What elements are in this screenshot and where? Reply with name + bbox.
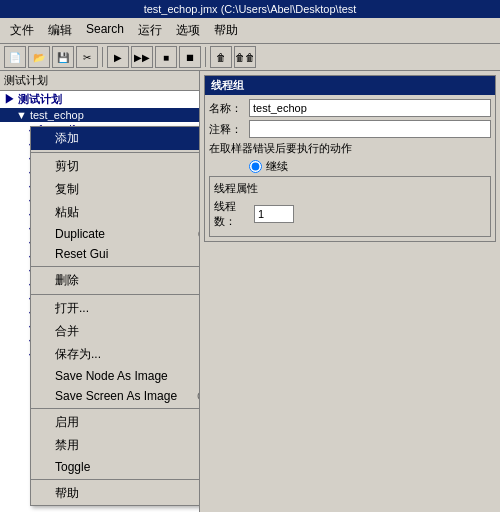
menu-edit[interactable]: 编辑	[42, 20, 78, 41]
ctx-add-label: 添加	[55, 130, 79, 147]
menu-bar: 文件 编辑 Search 运行 选项 帮助	[0, 18, 500, 44]
ctx-sep3	[31, 294, 200, 295]
toolbar-new[interactable]: 📄	[4, 46, 26, 68]
menu-options[interactable]: 选项	[170, 20, 206, 41]
ctx-save-as[interactable]: 保存为...	[31, 343, 200, 366]
ctx-delete[interactable]: 删除 Delete	[31, 269, 200, 292]
menu-run[interactable]: 运行	[132, 20, 168, 41]
name-input[interactable]	[249, 99, 491, 117]
ctx-enable[interactable]: 启用	[31, 411, 200, 434]
main-area: 测试计划 ▶ 测试计划▼ test_echop⬥ 1reg gif⬥ 1_7.g…	[0, 71, 500, 512]
menu-file[interactable]: 文件	[4, 20, 40, 41]
ctx-paste[interactable]: 粘贴 Ctrl+V	[31, 201, 200, 224]
ctx-copy[interactable]: 复制 Ctrl+C	[31, 178, 200, 201]
toolbar-shutdown[interactable]: ⏹	[179, 46, 201, 68]
comment-label: 注释：	[209, 122, 249, 137]
ctx-disable[interactable]: 禁用	[31, 434, 200, 457]
ctx-cut[interactable]: 剪切 Ctrl+X	[31, 155, 200, 178]
toolbar-sep2	[205, 47, 206, 67]
title-bar: test_echop.jmx (C:\Users\Abel\Desktop\te…	[0, 0, 500, 18]
thread-props: 线程属性 线程数：	[209, 176, 491, 237]
toolbar-open[interactable]: 📂	[28, 46, 50, 68]
ctx-open[interactable]: 打开...	[31, 297, 200, 320]
toolbar-sep1	[102, 47, 103, 67]
comment-input[interactable]	[249, 120, 491, 138]
name-label: 名称：	[209, 101, 249, 116]
ctx-sep5	[31, 479, 200, 480]
ctx-duplicate[interactable]: Duplicate Ctrl+Shift+C	[31, 224, 200, 244]
thread-count-row: 线程数：	[214, 199, 486, 229]
menu-help[interactable]: 帮助	[208, 20, 244, 41]
menu-search[interactable]: Search	[80, 20, 130, 41]
ctx-toggle[interactable]: Toggle Ctrl+T	[31, 457, 200, 477]
ctx-add[interactable]: 添加 ▶ 逻辑控制器 ▶ 配置元件 ▶ 定时器	[31, 127, 200, 150]
toolbar-cut[interactable]: ✂	[76, 46, 98, 68]
thread-props-title: 线程属性	[214, 181, 486, 196]
continue-radio-row: 继续	[249, 159, 491, 174]
ctx-sep2	[31, 266, 200, 267]
name-row: 名称：	[209, 99, 491, 117]
title-text: test_echop.jmx (C:\Users\Abel\Desktop\te…	[144, 3, 357, 15]
thread-count-input[interactable]	[254, 205, 294, 223]
thread-group-panel: 线程组 名称： 注释： 在取样器错误后要执行的动作 继续 线程属性	[204, 75, 496, 242]
toolbar-start-no-pause[interactable]: ▶▶	[131, 46, 153, 68]
error-action-desc: 在取样器错误后要执行的动作	[209, 141, 491, 156]
ctx-sep4	[31, 408, 200, 409]
thread-count-label: 线程数：	[214, 199, 254, 229]
toolbar-stop[interactable]: ■	[155, 46, 177, 68]
thread-group-content: 名称： 注释： 在取样器错误后要执行的动作 继续 线程属性 线程数：	[205, 95, 495, 241]
right-panel: 线程组 名称： 注释： 在取样器错误后要执行的动作 继续 线程属性	[200, 71, 500, 512]
ctx-save-node-image[interactable]: Save Node As Image Ctrl+G	[31, 366, 200, 386]
toolbar-clear[interactable]: 🗑	[210, 46, 232, 68]
context-menu-overlay: 添加 ▶ 逻辑控制器 ▶ 配置元件 ▶ 定时器	[0, 71, 199, 512]
toolbar-save[interactable]: 💾	[52, 46, 74, 68]
continue-label: 继续	[266, 159, 288, 174]
toolbar-clear-all[interactable]: 🗑🗑	[234, 46, 256, 68]
ctx-help[interactable]: 帮助	[31, 482, 200, 505]
ctx-sep1	[31, 152, 200, 153]
continue-radio[interactable]	[249, 160, 262, 173]
thread-group-title: 线程组	[205, 76, 495, 95]
ctx-save-screen-image[interactable]: Save Screen As Image Ctrl+Shift+G	[31, 386, 200, 406]
comment-row: 注释：	[209, 120, 491, 138]
ctx-reset-gui[interactable]: Reset Gui	[31, 244, 200, 264]
toolbar: 📄 📂 💾 ✂ ▶ ▶▶ ■ ⏹ 🗑 🗑🗑	[0, 44, 500, 71]
left-panel: 测试计划 ▶ 测试计划▼ test_echop⬥ 1reg gif⬥ 1_7.g…	[0, 71, 200, 512]
toolbar-start[interactable]: ▶	[107, 46, 129, 68]
context-menu: 添加 ▶ 逻辑控制器 ▶ 配置元件 ▶ 定时器	[30, 126, 200, 506]
ctx-merge[interactable]: 合并	[31, 320, 200, 343]
